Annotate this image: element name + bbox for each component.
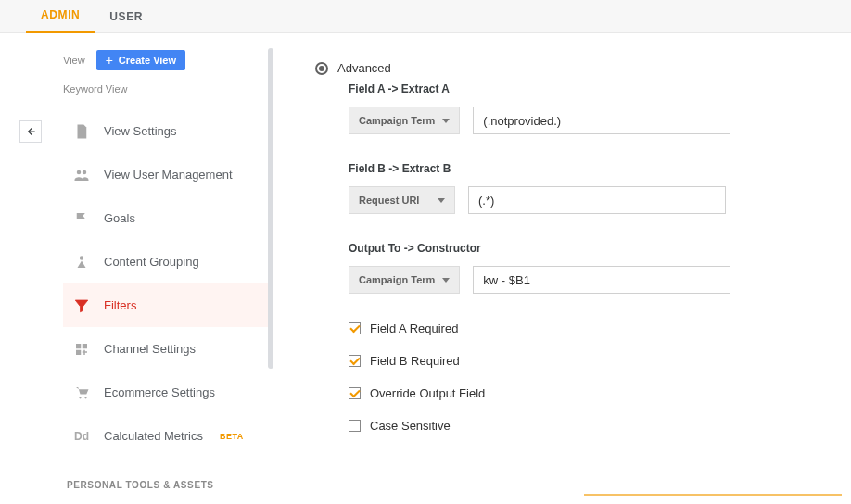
- channel-icon: [72, 340, 91, 359]
- override-label: Override Output Field: [370, 386, 485, 400]
- top-tabs: ADMIN USER: [0, 0, 851, 33]
- create-view-label: Create View: [119, 55, 176, 66]
- sidebar-item-label: Channel Settings: [104, 342, 196, 356]
- dd-icon: Dd: [72, 427, 91, 446]
- chevron-down-icon: [442, 278, 450, 283]
- create-view-button[interactable]: + Create View: [96, 50, 185, 70]
- sidebar-section-title: PERSONAL TOOLS & ASSETS: [67, 480, 269, 490]
- sidebar-item-label: View Settings: [104, 124, 177, 138]
- beta-badge: BETA: [220, 432, 244, 441]
- view-label: View: [63, 55, 85, 66]
- override-checkbox[interactable]: [349, 387, 361, 399]
- field-a-label: Field A -> Extract A: [349, 82, 832, 95]
- document-icon: [72, 122, 91, 141]
- sidebar-item-view-settings[interactable]: View Settings: [63, 109, 269, 153]
- sidebar-item-user-management[interactable]: View User Management: [63, 153, 269, 196]
- advanced-radio-label: Advanced: [337, 61, 391, 75]
- case-sensitive-checkbox[interactable]: [349, 420, 361, 432]
- field-b-required-checkbox[interactable]: [349, 355, 361, 367]
- sidebar-item-calculated-metrics[interactable]: Dd Calculated Metrics BETA: [63, 414, 269, 458]
- field-b-label: Field B -> Extract B: [349, 162, 832, 175]
- sidebar-item-label: Calculated Metrics: [104, 429, 203, 443]
- field-b-input[interactable]: [468, 186, 726, 214]
- field-b-required-label: Field B Required: [370, 354, 460, 368]
- flag-icon: [72, 209, 91, 228]
- case-sensitive-label: Case Sensitive: [370, 419, 451, 433]
- chevron-down-icon: [442, 119, 450, 123]
- svg-rect-4: [83, 344, 87, 348]
- output-dropdown-label: Campaign Term: [359, 274, 435, 285]
- filter-icon: [72, 296, 91, 315]
- svg-point-1: [83, 170, 87, 174]
- main-form: Advanced Field A -> Extract A Campaign T…: [278, 33, 851, 496]
- tab-user[interactable]: USER: [95, 0, 158, 33]
- sidebar-item-label: View User Management: [104, 168, 233, 182]
- advanced-radio[interactable]: [315, 62, 328, 75]
- sidebar-item-ecommerce-settings[interactable]: Ecommerce Settings: [63, 371, 269, 414]
- sidebar-item-label: Ecommerce Settings: [104, 385, 215, 399]
- output-dropdown[interactable]: Campaign Term: [349, 266, 460, 294]
- output-label: Output To -> Constructor: [349, 242, 832, 255]
- chevron-down-icon: [438, 198, 445, 203]
- sidebar-scrollbar[interactable]: [268, 48, 273, 369]
- plus-icon: +: [106, 54, 113, 67]
- svg-point-6: [79, 397, 81, 398]
- field-b-dropdown[interactable]: Request URI: [349, 186, 455, 214]
- svg-rect-5: [76, 349, 81, 354]
- svg-point-0: [77, 170, 82, 174]
- output-input[interactable]: [473, 266, 730, 294]
- field-a-required-checkbox[interactable]: [349, 322, 361, 334]
- bottom-accent-bar: [584, 494, 842, 496]
- keyword-view-label: Keyword View: [63, 83, 269, 94]
- sidebar: View + Create View Keyword View View Set…: [0, 33, 278, 496]
- sidebar-item-content-grouping[interactable]: Content Grouping: [63, 240, 269, 284]
- sidebar-item-label: Content Grouping: [104, 255, 199, 269]
- sidebar-item-goals[interactable]: Goals: [63, 196, 269, 240]
- field-a-dropdown-label: Campaign Term: [359, 115, 435, 126]
- sidebar-item-channel-settings[interactable]: Channel Settings: [63, 327, 269, 371]
- svg-point-7: [84, 397, 86, 398]
- field-a-dropdown[interactable]: Campaign Term: [349, 107, 460, 134]
- svg-point-2: [80, 256, 84, 260]
- people-icon: [72, 166, 91, 184]
- grouping-icon: [72, 253, 91, 271]
- field-a-required-label: Field A Required: [370, 321, 458, 335]
- svg-rect-3: [76, 344, 81, 348]
- tab-admin[interactable]: ADMIN: [26, 0, 95, 33]
- sidebar-item-filters[interactable]: Filters: [63, 284, 269, 327]
- sidebar-item-label: Filters: [104, 298, 136, 312]
- sidebar-item-label: Goals: [104, 211, 135, 225]
- field-a-input[interactable]: [473, 107, 730, 134]
- field-b-dropdown-label: Request URI: [359, 195, 419, 206]
- cart-icon: [72, 384, 91, 402]
